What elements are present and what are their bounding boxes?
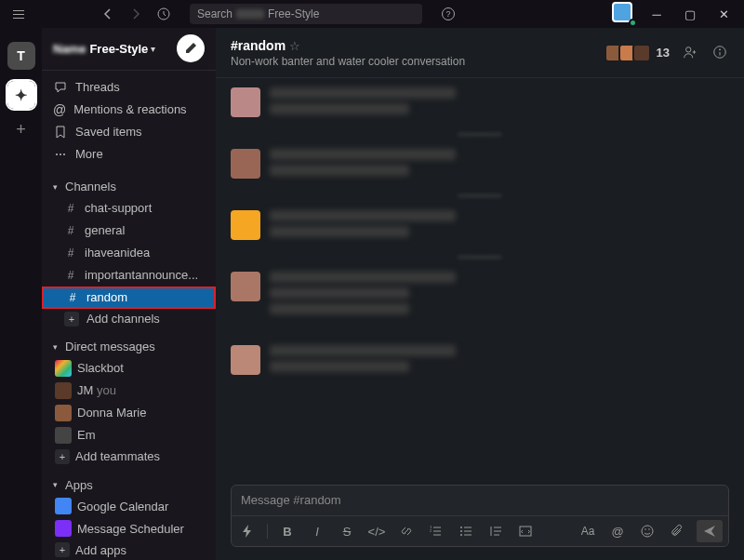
channel-content: #random ☆ Non-work banter and water cool…	[216, 28, 744, 560]
send-button[interactable]	[697, 520, 723, 542]
add-people-icon[interactable]	[683, 45, 699, 61]
strike-button[interactable]: S	[337, 521, 357, 541]
svg-point-11	[460, 527, 462, 528]
workspace-rail: T ✦ +	[0, 28, 42, 560]
attach-button[interactable]	[667, 521, 687, 541]
workspace-header[interactable]: Name Free-Style ▾	[42, 28, 216, 71]
channel-ihaveanidea[interactable]: #ihaveanidea	[42, 242, 216, 264]
code-button[interactable]: </>	[366, 521, 387, 541]
channel-chat-support[interactable]: #chat-support	[42, 197, 216, 220]
nav-mentions[interactable]: @Mentions & reactions	[42, 99, 216, 121]
channel-details-icon[interactable]	[712, 45, 729, 61]
emoji-button[interactable]	[637, 521, 658, 541]
window-close[interactable]: ✕	[711, 3, 737, 25]
titlebar: Search Free-Style ? ─ ▢ ✕	[0, 0, 744, 28]
svg-point-16	[644, 528, 646, 530]
workspace-switcher-active[interactable]: ✦	[7, 81, 35, 109]
link-button[interactable]	[396, 521, 417, 541]
channels-header[interactable]: ▾Channels	[42, 177, 216, 197]
avatar	[55, 427, 72, 444]
app-icon	[55, 498, 72, 514]
hash-icon: #	[64, 202, 77, 215]
svg-point-5	[63, 153, 65, 155]
italic-button[interactable]: I	[307, 521, 327, 541]
mention-button[interactable]: @	[607, 521, 628, 541]
quote-button[interactable]	[485, 521, 506, 541]
svg-text:?: ?	[445, 9, 450, 19]
svg-point-3	[56, 153, 58, 155]
svg-point-17	[648, 528, 650, 530]
menu-icon[interactable]	[7, 3, 30, 25]
add-apps[interactable]: +Add apps	[42, 540, 216, 560]
svg-point-12	[460, 530, 462, 532]
dm-jm[interactable]: JM you	[42, 380, 216, 402]
compose-button[interactable]	[177, 34, 205, 62]
user-presence[interactable]	[612, 2, 636, 26]
channel-topic: Non-work banter and water cooler convers…	[231, 55, 465, 68]
add-workspace-button[interactable]: +	[16, 120, 26, 140]
channel-importantannounce...[interactable]: #importantannounce...	[42, 264, 216, 287]
shortcut-icon[interactable]	[237, 521, 258, 541]
nav-saved[interactable]: Saved items	[42, 121, 216, 143]
dm-em[interactable]: Em	[42, 424, 216, 447]
apps-header[interactable]: ▾Apps	[42, 474, 216, 495]
window-maximize[interactable]: ▢	[677, 3, 703, 25]
search-workspace: Free-Style	[268, 7, 319, 20]
composer-toolbar: B I S </> 12 Aa @	[232, 515, 728, 546]
dm-header[interactable]: ▾Direct messages	[42, 337, 216, 357]
search-prefix: Search	[197, 7, 232, 20]
member-avatars[interactable]: 13	[609, 44, 670, 62]
avatar	[55, 405, 72, 421]
workspace-switcher-t[interactable]: T	[7, 42, 35, 70]
hash-icon: #	[64, 247, 77, 260]
channel-general[interactable]: #general	[42, 220, 216, 242]
avatar	[55, 360, 72, 377]
app-message-scheduler[interactable]: Message Scheduler	[42, 517, 216, 540]
svg-point-13	[460, 534, 462, 536]
bullet-list-button[interactable]	[456, 521, 476, 541]
nav-more[interactable]: More	[42, 143, 216, 166]
channel-random[interactable]: #random	[42, 287, 216, 309]
history-back-button[interactable]	[97, 3, 119, 25]
svg-point-15	[642, 526, 653, 537]
history-icon[interactable]	[153, 3, 175, 25]
search-input[interactable]: Search Free-Style	[190, 4, 422, 24]
hash-icon: #	[64, 224, 77, 237]
help-icon[interactable]: ?	[437, 3, 459, 25]
star-icon[interactable]: ☆	[289, 39, 300, 53]
app-google-calendar[interactable]: Google Calendar	[42, 495, 216, 517]
sidebar: Name Free-Style ▾ Threads @Mentions & re…	[42, 28, 216, 560]
svg-point-6	[686, 47, 691, 51]
window-minimize[interactable]: ─	[644, 3, 670, 25]
composer-input[interactable]: Message #random	[232, 486, 728, 515]
message-list[interactable]: ────── ────── ──────	[216, 78, 744, 485]
channel-header: #random ☆ Non-work banter and water cool…	[216, 28, 744, 78]
add-channels[interactable]: +Add channels	[42, 309, 216, 329]
codeblock-button[interactable]	[515, 521, 536, 541]
message-composer: Message #random B I S </> 12 Aa @	[231, 485, 729, 547]
app-icon	[55, 520, 72, 537]
avatar	[55, 382, 72, 399]
history-forward-button[interactable]	[125, 3, 147, 25]
channel-title[interactable]: #random	[231, 38, 286, 53]
add-teammates[interactable]: +Add teammates	[42, 447, 216, 467]
bold-button[interactable]: B	[277, 521, 298, 541]
dm-donna-marie[interactable]: Donna Marie	[42, 402, 216, 424]
svg-text:2: 2	[430, 528, 432, 533]
ordered-list-button[interactable]: 12	[426, 521, 446, 541]
nav-threads[interactable]: Threads	[42, 76, 216, 99]
dm-slackbot[interactable]: Slackbot	[42, 357, 216, 380]
hash-icon: #	[64, 269, 77, 282]
svg-point-4	[60, 153, 61, 155]
svg-point-8	[719, 48, 721, 50]
hash-icon: #	[66, 291, 79, 304]
format-button[interactable]: Aa	[578, 521, 598, 541]
